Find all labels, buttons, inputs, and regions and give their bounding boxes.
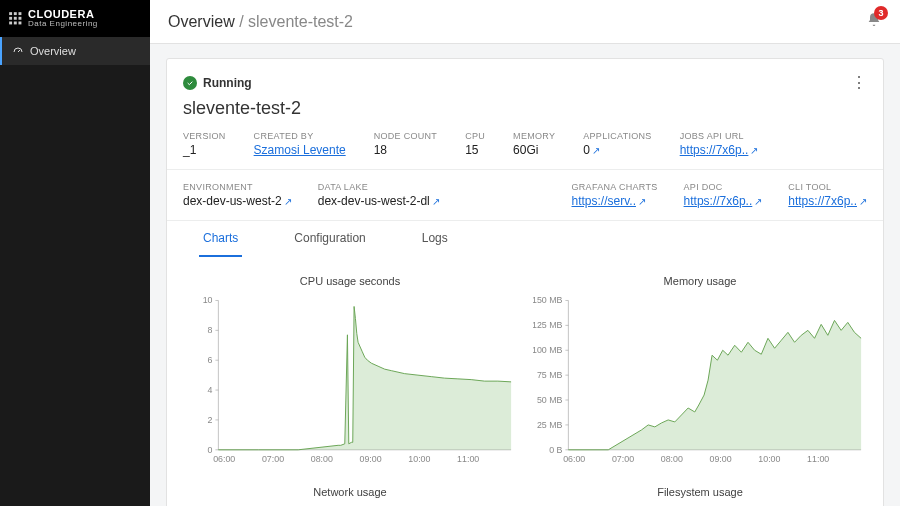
notifications-button[interactable]: 3: [866, 12, 882, 31]
external-link-icon[interactable]: ↗: [754, 196, 762, 207]
svg-rect-3: [9, 17, 12, 20]
kv-cli-tool: CLI TOOLhttps://7x6p..↗: [788, 182, 867, 208]
svg-text:09:00: 09:00: [710, 454, 732, 464]
svg-text:06:00: 06:00: [213, 454, 235, 464]
tab-configuration[interactable]: Configuration: [290, 221, 369, 257]
svg-rect-2: [19, 13, 22, 16]
kv-applications: APPLICATIONS0↗: [583, 131, 651, 157]
kv-node-count: NODE COUNT18: [374, 131, 438, 157]
external-link-icon[interactable]: ↗: [592, 145, 600, 156]
breadcrumb-sep: /: [235, 13, 248, 30]
kv-data-lake: DATA LAKEdex-dev-us-west-2-dl↗: [318, 182, 440, 208]
svg-text:08:00: 08:00: [661, 454, 683, 464]
chart-cpu-svg: 0246810 06:0007:0008:0009:0010:0011:00: [183, 293, 517, 473]
apps-grid-icon[interactable]: [8, 11, 22, 25]
brand: CLOUDERA Data Engineering: [0, 0, 150, 37]
svg-rect-1: [14, 13, 17, 16]
svg-text:6: 6: [208, 355, 213, 365]
kv-jobs-api: JOBS API URLhttps://7x6p..↗: [680, 131, 759, 157]
svg-rect-4: [14, 17, 17, 20]
kv-grafana: GRAFANA CHARTShttps://serv..↗: [572, 182, 658, 208]
external-link-icon[interactable]: ↗: [638, 196, 646, 207]
topbar: Overview / slevente-test-2 3: [150, 0, 900, 44]
service-card: Running ⋮ slevente-test-2 VERSION_1 CREA…: [166, 58, 884, 506]
status: Running: [183, 76, 252, 90]
svg-text:25 MB: 25 MB: [537, 420, 563, 430]
svg-text:50 MB: 50 MB: [537, 395, 563, 405]
actions-menu-button[interactable]: ⋮: [851, 73, 867, 92]
kv-version: VERSION_1: [183, 131, 226, 157]
tab-logs[interactable]: Logs: [418, 221, 452, 257]
chart-title: Network usage: [183, 486, 517, 498]
jobs-api-link[interactable]: https://7x6p..: [680, 143, 749, 157]
sidebar-item-overview[interactable]: Overview: [0, 37, 150, 65]
breadcrumb-root[interactable]: Overview: [168, 13, 235, 30]
chart-network: Network usage 5 MB: [183, 486, 517, 506]
svg-text:150 MB: 150 MB: [533, 295, 563, 305]
external-link-icon[interactable]: ↗: [750, 145, 758, 156]
kv-cpu: CPU15: [465, 131, 485, 157]
kv-memory: MEMORY60Gi: [513, 131, 555, 157]
breadcrumb: Overview / slevente-test-2: [168, 13, 353, 31]
svg-text:8: 8: [208, 325, 213, 335]
svg-text:07:00: 07:00: [262, 454, 284, 464]
grafana-link[interactable]: https://serv..: [572, 194, 636, 208]
svg-text:07:00: 07:00: [612, 454, 634, 464]
kv-created-by: CREATED BYSzamosi Levente: [254, 131, 346, 157]
svg-text:0 B: 0 B: [549, 445, 562, 455]
svg-text:2: 2: [208, 415, 213, 425]
breadcrumb-leaf: slevente-test-2: [248, 13, 353, 30]
gauge-icon: [12, 45, 24, 57]
chart-title: CPU usage seconds: [183, 275, 517, 287]
external-link-icon[interactable]: ↗: [432, 196, 440, 207]
svg-text:100 MB: 100 MB: [533, 345, 563, 355]
brand-sub: Data Engineering: [28, 20, 98, 29]
chart-memory: Memory usage 0 B25 MB50 MB75 MB100 MB125…: [533, 275, 867, 476]
svg-rect-7: [14, 22, 17, 25]
tab-charts[interactable]: Charts: [199, 221, 242, 257]
kv-api-doc: API DOChttps://7x6p..↗: [684, 182, 763, 208]
chart-filesystem: Filesystem usage 20 K: [533, 486, 867, 506]
svg-text:0: 0: [208, 445, 213, 455]
chart-cpu: CPU usage seconds 0246810 06:0007:0008:0…: [183, 275, 517, 476]
kv-environment: ENVIRONMENTdex-dev-us-west-2↗: [183, 182, 292, 208]
chart-title: Memory usage: [533, 275, 867, 287]
external-link-icon[interactable]: ↗: [859, 196, 867, 207]
cli-tool-link[interactable]: https://7x6p..: [788, 194, 857, 208]
svg-text:10:00: 10:00: [758, 454, 780, 464]
svg-text:75 MB: 75 MB: [537, 370, 563, 380]
notification-badge: 3: [874, 6, 888, 20]
sidebar-item-label: Overview: [30, 45, 76, 57]
svg-text:125 MB: 125 MB: [533, 320, 563, 330]
svg-text:4: 4: [208, 385, 213, 395]
chart-title: Filesystem usage: [533, 486, 867, 498]
svg-rect-6: [9, 22, 12, 25]
created-by-link[interactable]: Szamosi Levente: [254, 143, 346, 157]
svg-rect-5: [19, 17, 22, 20]
chart-memory-svg: 0 B25 MB50 MB75 MB100 MB125 MB150 MB 06:…: [533, 293, 867, 473]
tabs: Charts Configuration Logs: [167, 220, 883, 257]
svg-text:06:00: 06:00: [563, 454, 585, 464]
api-doc-link[interactable]: https://7x6p..: [684, 194, 753, 208]
meta-row-2: ENVIRONMENTdex-dev-us-west-2↗ DATA LAKEd…: [183, 170, 867, 220]
page-title: slevente-test-2: [183, 98, 867, 119]
svg-rect-8: [19, 22, 22, 25]
svg-rect-0: [9, 13, 12, 16]
brand-logo: CLOUDERA Data Engineering: [28, 8, 98, 29]
svg-text:10:00: 10:00: [408, 454, 430, 464]
svg-text:11:00: 11:00: [807, 454, 829, 464]
status-ok-icon: [183, 76, 197, 90]
svg-text:11:00: 11:00: [457, 454, 479, 464]
svg-text:09:00: 09:00: [360, 454, 382, 464]
sidebar: CLOUDERA Data Engineering Overview: [0, 0, 150, 506]
status-label: Running: [203, 76, 252, 90]
external-link-icon[interactable]: ↗: [284, 196, 292, 207]
svg-text:10: 10: [203, 295, 213, 305]
svg-text:08:00: 08:00: [311, 454, 333, 464]
svg-line-9: [18, 50, 20, 52]
meta-row-1: VERSION_1 CREATED BYSzamosi Levente NODE…: [183, 131, 867, 169]
